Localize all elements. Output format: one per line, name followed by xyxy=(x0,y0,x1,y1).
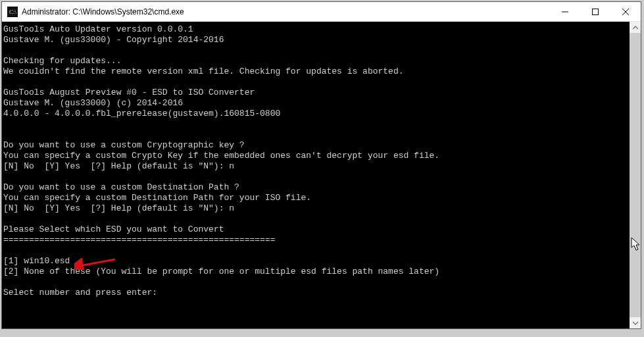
maximize-icon xyxy=(592,9,599,15)
maximize-button[interactable] xyxy=(580,2,610,22)
scrollbar[interactable] xyxy=(630,22,641,328)
chevron-down-icon xyxy=(633,321,638,326)
close-button[interactable] xyxy=(610,2,641,22)
svg-line-4 xyxy=(80,259,115,266)
titlebar[interactable]: C:\ Administrator: C:\Windows\System32\c… xyxy=(2,2,641,22)
scroll-up-button[interactable] xyxy=(630,22,641,33)
scroll-track[interactable] xyxy=(630,33,641,317)
terminal-output[interactable]: GusTools Auto Updater version 0.0.0.1 Gu… xyxy=(2,22,641,328)
svg-rect-3 xyxy=(593,9,599,14)
scroll-down-button[interactable] xyxy=(630,317,641,328)
cmd-window: C:\ Administrator: C:\Windows\System32\c… xyxy=(1,1,641,329)
minimize-button[interactable] xyxy=(550,2,580,22)
svg-text:C:\: C:\ xyxy=(9,9,17,15)
close-icon xyxy=(622,9,629,15)
minimize-icon xyxy=(562,9,568,15)
chevron-up-icon xyxy=(633,25,638,30)
cmd-icon: C:\ xyxy=(7,7,18,17)
window-title: Administrator: C:\Windows\System32\cmd.e… xyxy=(22,7,184,16)
scroll-thumb[interactable] xyxy=(630,33,641,317)
terminal-text: GusTools Auto Updater version 0.0.0.1 Gu… xyxy=(3,24,439,298)
